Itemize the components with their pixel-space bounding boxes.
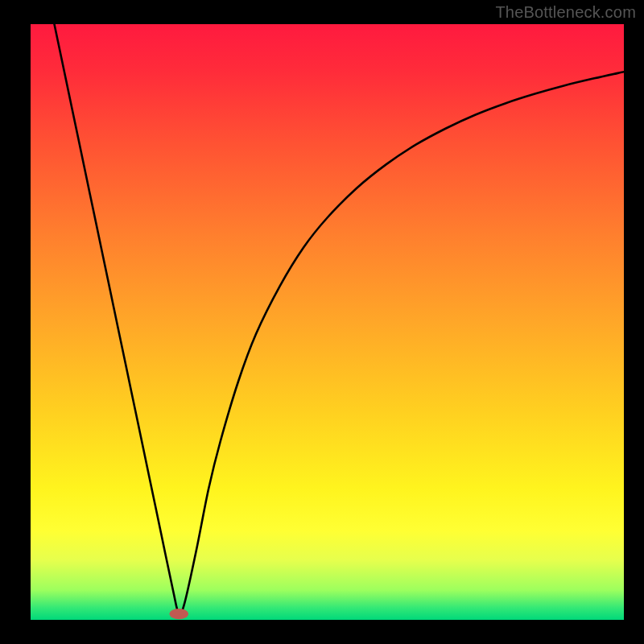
gradient-background — [31, 24, 624, 620]
plot-frame: TheBottleneck.com — [0, 0, 644, 644]
attribution-label: TheBottleneck.com — [495, 3, 636, 22]
bottleneck-curve-plot — [31, 24, 624, 620]
min-point-marker — [169, 609, 188, 619]
